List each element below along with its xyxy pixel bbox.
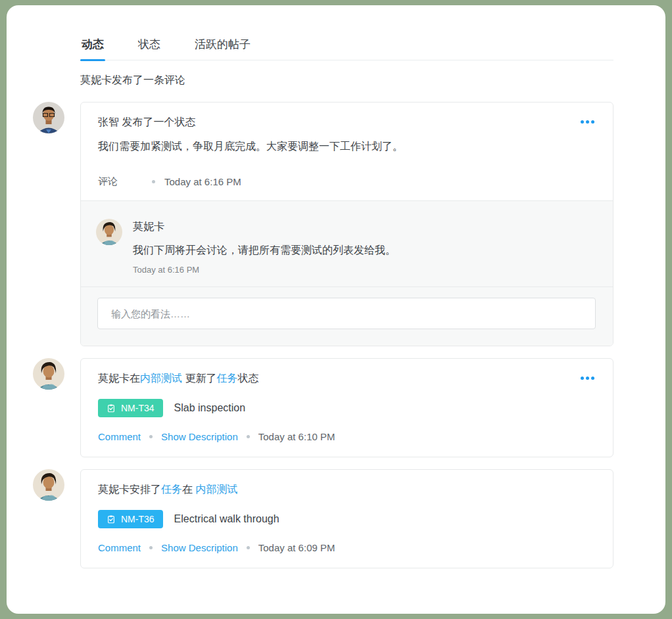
feed-item-task-assign: 莫妮卡安排了任务在 内部测试 NM-T36 Elect <box>33 469 613 568</box>
task-update-card: 莫妮卡在内部测试 更新了任务状态 NM-T34 <box>80 358 613 457</box>
avatar-zhangzhi <box>33 102 64 133</box>
task-assign-timestamp: Today at 6:09 PM <box>258 542 335 553</box>
comment-link[interactable]: Comment <box>98 431 141 442</box>
feed-panel: 动态 状态 活跃的帖子 莫妮卡发布了一条评论 张智 发布了一个状态 我们需要加紧… <box>7 5 665 614</box>
task-assign-card: 莫妮卡安排了任务在 内部测试 NM-T36 Elect <box>80 469 613 568</box>
show-description-link[interactable]: Show Description <box>161 542 238 553</box>
comment-link[interactable]: Comment <box>98 542 141 553</box>
avatar-monica <box>33 358 64 390</box>
comment-text: 我们下周将开会讨论，请把所有需要测试的列表发给我。 <box>133 243 396 258</box>
feed-group-heading: 莫妮卡发布了一条评论 <box>80 74 613 87</box>
tab-feed[interactable]: 动态 <box>80 37 105 60</box>
comment-input[interactable] <box>97 298 596 329</box>
project-link[interactable]: 内部测试 <box>195 484 237 495</box>
feed-item-task-update: 莫妮卡在内部测试 更新了任务状态 NM-T34 <box>33 358 613 457</box>
task-link[interactable]: 任务 <box>161 484 182 495</box>
comment-input-section <box>81 287 613 346</box>
clipboard-check-icon <box>107 515 116 524</box>
title-text: 在 <box>182 484 195 495</box>
title-text: 莫妮卡在 <box>98 373 140 384</box>
clipboard-check-icon <box>107 403 116 413</box>
title-text: 状态 <box>237 373 258 384</box>
comment-section: 莫妮卡 我们下周将开会讨论，请把所有需要测试的列表发给我。 Today at 6… <box>81 200 613 287</box>
title-text: 莫妮卡安排了 <box>98 484 161 495</box>
task-id-label: NM-T34 <box>121 403 155 413</box>
more-options-icon[interactable] <box>579 115 596 129</box>
status-timestamp: Today at 6:16 PM <box>164 176 241 187</box>
task-name: Electrical walk through <box>174 513 279 525</box>
task-link[interactable]: 任务 <box>216 373 237 384</box>
dot-separator <box>247 546 250 549</box>
task-assign-title: 莫妮卡安排了任务在 内部测试 <box>98 482 596 497</box>
more-options-icon[interactable] <box>579 371 596 385</box>
dot-separator <box>247 435 250 438</box>
comment-author: 莫妮卡 <box>133 219 396 234</box>
task-id-label: NM-T36 <box>121 514 155 524</box>
comment-timestamp: Today at 6:16 PM <box>133 265 396 275</box>
task-name: Slab inspection <box>174 402 246 414</box>
comment-action[interactable]: 评论 <box>98 175 118 188</box>
task-update-title: 莫妮卡在内部测试 更新了任务状态 <box>98 371 579 386</box>
task-id-badge[interactable]: NM-T34 <box>98 399 163 417</box>
tab-status[interactable]: 状态 <box>137 37 162 60</box>
avatar-monica <box>33 469 64 501</box>
title-text: 更新了 <box>182 373 216 384</box>
dot-separator <box>149 435 153 438</box>
dot-separator <box>152 180 155 183</box>
status-text: 我们需要加紧测试，争取月底完成。大家要调整一下工作计划了。 <box>81 129 613 154</box>
feed-item-status: 张智 发布了一个状态 我们需要加紧测试，争取月底完成。大家要调整一下工作计划了。… <box>33 102 613 346</box>
task-update-timestamp: Today at 6:10 PM <box>258 431 335 442</box>
task-id-badge[interactable]: NM-T36 <box>98 510 163 528</box>
project-link[interactable]: 内部测试 <box>140 373 182 384</box>
tab-active-posts[interactable]: 活跃的帖子 <box>193 37 252 60</box>
status-card: 张智 发布了一个状态 我们需要加紧测试，争取月底完成。大家要调整一下工作计划了。… <box>80 102 613 346</box>
status-card-title: 张智 发布了一个状态 <box>98 115 579 129</box>
show-description-link[interactable]: Show Description <box>161 431 238 442</box>
avatar-monica <box>96 219 122 245</box>
feed-tabs: 动态 状态 活跃的帖子 <box>80 37 613 60</box>
dot-separator <box>149 546 153 549</box>
